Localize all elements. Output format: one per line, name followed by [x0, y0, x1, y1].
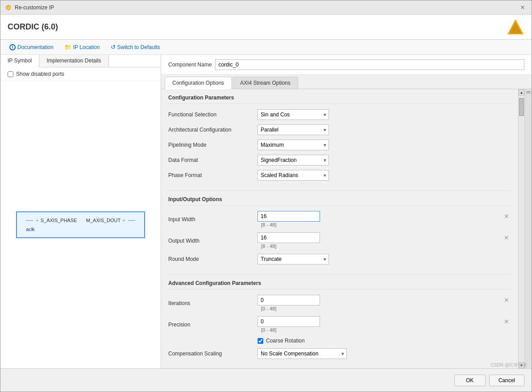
port-plus-left: + [36, 218, 38, 223]
input-width-clear-button[interactable]: ✕ [504, 213, 509, 219]
toolbar: i Documentation 📁 IP Location ↺ Switch t… [0, 40, 532, 55]
port-m-axis-dout-label: M_AXIS_DOUT [86, 218, 121, 223]
refresh-icon: ↺ [111, 44, 116, 50]
compensation-scaling-label: Compensation Scaling [168, 351, 258, 357]
edge-panel: E [524, 89, 532, 368]
ip-block-ports: + S_AXIS_PHASE M_AXIS_DOUT + [26, 218, 135, 223]
component-name-label: Component Name [168, 62, 212, 68]
data-format-wrapper: SignedFraction UnsignedFraction SignedIn… [258, 155, 329, 165]
header: CORDIC (6.0) [0, 15, 532, 40]
header-title: CORDIC (6.0) [8, 22, 58, 32]
ip-block: + S_AXIS_PHASE M_AXIS_DOUT + [16, 211, 145, 238]
phase-format-control: Scaled Radians Radians Degrees ▼ [258, 170, 511, 181]
config-tabs: Configuration Options AXI4 Stream Option… [161, 75, 532, 89]
scroll-track[interactable]: ▲ ▼ [518, 89, 524, 368]
port-connector-left [26, 220, 33, 221]
vendor-logo [507, 18, 524, 36]
iterations-clear-button[interactable]: ✕ [504, 297, 509, 303]
switch-defaults-button[interactable]: ↺ Switch to Defaults [109, 43, 162, 51]
phase-format-wrapper: Scaled Radians Radians Degrees ▼ [258, 170, 329, 181]
functional-selection-select[interactable]: Sin and Cos Sinh and Cosh Arctan Square … [258, 109, 329, 120]
show-disabled-ports-row: Show disabled ports [0, 67, 161, 81]
functional-selection-wrapper: Sin and Cos Sinh and Cosh Arctan Square … [258, 109, 329, 120]
coarse-rotation-checkbox[interactable] [258, 338, 263, 344]
functional-selection-control: Sin and Cos Sinh and Cosh Arctan Square … [258, 109, 511, 120]
compensation-scaling-control: No Scale Compensation Scale Compensation… [258, 348, 511, 359]
compensation-scaling-select[interactable]: No Scale Compensation Scale Compensation [258, 348, 347, 359]
watermark: CSDN @IC学习者 [491, 362, 527, 368]
main-content: IP Symbol Implementation Details Show di… [0, 55, 532, 368]
pipelining-mode-select[interactable]: Maximum Optimal No Pipelining [258, 140, 329, 150]
precision-clear-button[interactable]: ✕ [504, 318, 509, 325]
precision-wrapper: ✕ [258, 316, 511, 327]
bottom-bar: OK Cancel [0, 368, 532, 392]
pipelining-mode-row: Pipelining Mode Maximum Optimal No Pipel… [168, 140, 511, 150]
config-params-title: Configuration Parameters [168, 95, 511, 104]
close-button[interactable]: × [518, 3, 527, 12]
input-width-row: Input Width ✕ [8 - 48] [168, 211, 511, 228]
scroll-thumb[interactable] [519, 98, 524, 116]
precision-input[interactable] [258, 316, 320, 327]
data-format-control: SignedFraction UnsignedFraction SignedIn… [258, 155, 511, 165]
iterations-wrapper: ✕ [258, 295, 511, 305]
output-width-range: [8 - 48] [261, 243, 276, 249]
output-width-control: ✕ [8 - 48] [258, 232, 511, 249]
aclk-label: aclk [26, 227, 35, 232]
output-width-input[interactable] [258, 232, 320, 243]
port-connector-right [128, 220, 135, 221]
input-width-range: [8 - 48] [261, 222, 276, 227]
advanced-params-section: Advanced Configuration Parameters Iterat… [161, 275, 518, 368]
title-bar-left: IP Re-customize IP [5, 4, 54, 11]
left-panel: IP Symbol Implementation Details Show di… [0, 55, 161, 368]
round-mode-select[interactable]: Truncate Round Up Round Pos Inf Converge… [258, 254, 329, 264]
compensation-scaling-row: Compensation Scaling No Scale Compensati… [168, 348, 511, 359]
advanced-params-title: Advanced Configuration Parameters [168, 280, 511, 289]
scroll-up-button[interactable]: ▲ [519, 89, 524, 95]
main-window: IP Re-customize IP × CORDIC (6.0) i Docu… [0, 0, 532, 392]
output-width-label: Output Width [168, 238, 258, 244]
tab-configuration-options[interactable]: Configuration Options [165, 77, 232, 89]
iterations-range: [0 - 48] [261, 306, 276, 311]
input-width-wrapper: ✕ [258, 211, 511, 222]
architectural-config-label: Architectural Configuration [168, 127, 258, 133]
pipelining-mode-control: Maximum Optimal No Pipelining ▼ [258, 140, 511, 150]
io-options-title: Input/Output Options [168, 196, 511, 206]
io-options-section: Input/Output Options Input Width ✕ [8 - … [161, 191, 518, 274]
component-name-input[interactable] [215, 59, 524, 70]
config-params-section: Configuration Parameters Functional Sele… [161, 89, 518, 190]
functional-selection-label: Functional Selection [168, 111, 258, 118]
tab-implementation-details[interactable]: Implementation Details [39, 55, 108, 67]
window-title: Re-customize IP [15, 4, 54, 11]
ip-block-aclk: aclk [26, 227, 135, 232]
iterations-control: ✕ [0 - 48] [258, 295, 511, 312]
data-format-select[interactable]: SignedFraction UnsignedFraction SignedIn… [258, 155, 329, 165]
architectural-config-select[interactable]: Parallel Word Serial Hybrid [258, 124, 329, 135]
architectural-config-wrapper: Parallel Word Serial Hybrid ▼ [258, 124, 329, 135]
tab-axi4-stream-options[interactable]: AXI4 Stream Options [233, 77, 298, 89]
iterations-input[interactable] [258, 295, 320, 305]
ip-location-button[interactable]: 📁 IP Location [62, 43, 102, 51]
scroll-content[interactable]: Configuration Parameters Functional Sele… [161, 89, 518, 368]
switch-defaults-label: Switch to Defaults [117, 44, 160, 50]
input-width-input[interactable] [258, 211, 320, 222]
precision-label: Precision [168, 322, 258, 328]
round-mode-control: Truncate Round Up Round Pos Inf Converge… [258, 254, 511, 264]
documentation-button[interactable]: i Documentation [8, 43, 55, 51]
right-ports: M_AXIS_DOUT + [86, 218, 135, 223]
right-panel: Component Name Configuration Options AXI… [161, 55, 532, 368]
phase-format-row: Phase Format Scaled Radians Radians Degr… [168, 170, 511, 181]
cancel-button[interactable]: Cancel [489, 375, 524, 386]
ok-button[interactable]: OK [454, 375, 486, 386]
input-width-label: Input Width [168, 216, 258, 223]
left-tabs: IP Symbol Implementation Details [0, 55, 161, 67]
tab-ip-symbol[interactable]: IP Symbol [0, 55, 39, 67]
phase-format-select[interactable]: Scaled Radians Radians Degrees [258, 170, 329, 181]
app-icon: IP [5, 4, 12, 11]
functional-selection-row: Functional Selection Sin and Cos Sinh an… [168, 109, 511, 120]
round-mode-row: Round Mode Truncate Round Up Round Pos I… [168, 254, 511, 264]
pipelining-mode-label: Pipelining Mode [168, 142, 258, 148]
show-disabled-ports-checkbox[interactable] [8, 71, 13, 77]
coarse-rotation-row: Coarse Rotation [168, 338, 511, 344]
round-mode-wrapper: Truncate Round Up Round Pos Inf Converge… [258, 254, 329, 264]
output-width-clear-button[interactable]: ✕ [504, 235, 509, 241]
